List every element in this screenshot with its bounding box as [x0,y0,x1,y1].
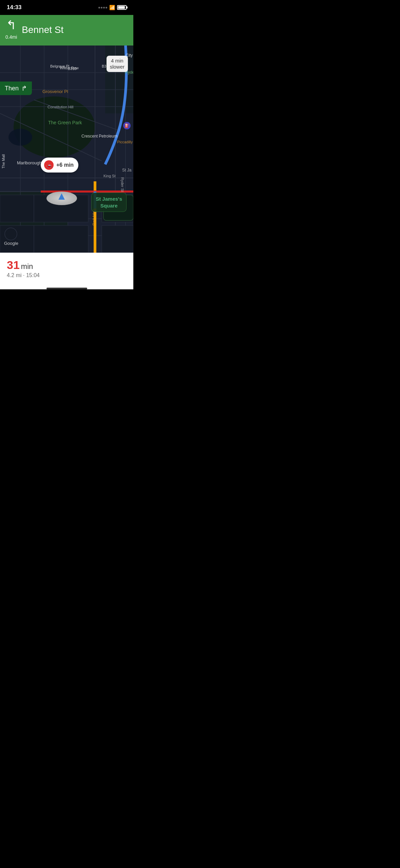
eta-row: 31 min [7,258,127,272]
nav-distance: 0.4mi [5,32,17,41]
eta-number: 31 [7,258,20,272]
svg-rect-25 [0,225,34,253]
map-label-st-ja: St Ja [122,168,131,173]
signal-icon [98,7,107,8]
eta-separator: · [23,272,24,278]
battery-icon [117,5,127,10]
then-arrow-icon: ↱ [21,84,27,92]
nav-oval: ▲ [46,192,77,205]
st-james-square-label: St James'sSquare [91,193,127,212]
map-label-piccadilly: Piccadilly [117,140,133,144]
status-bar: 14:33 📶 [0,0,133,15]
nav-direction-arrow: ▲ [56,190,67,202]
map-area[interactable]: Belgrave Pl B310 B319 B310 Hyde Par Wilt… [0,46,133,253]
map-label-wilton: Wilton Row [60,66,79,70]
traffic-icon: 🚗 [44,160,54,170]
map-label-constitution: Constitution Hill [47,105,73,109]
nav-header: ↰ 0.4mi Bennet St [0,15,133,46]
svg-rect-28 [102,225,133,253]
slower-badge-line2: slower [110,64,125,70]
google-logo: Google [4,241,18,246]
turn-direction-container: ↰ 0.4mi [5,19,17,41]
eta-arrival-time: 15:04 [26,272,40,278]
status-icons: 📶 [98,5,127,10]
eta-distance: 4.2 mi [7,272,22,278]
slower-badge-line1: 4 min [110,58,125,64]
map-svg [0,46,133,253]
map-label-crescent: Crescent Petroleum [81,134,117,139]
home-indicator [0,283,133,289]
wifi-icon: 📶 [109,5,115,10]
then-label: Then [5,85,19,92]
bottom-panel: 31 min 4.2 mi · 15:04 [0,253,133,283]
home-bar [46,288,87,289]
map-label-ryder-st: Ryder St [120,177,125,192]
turn-arrow-icon: ↰ [6,19,16,31]
slower-badge: 4 min slower [107,56,128,72]
nav-street-name: Bennet St [22,24,63,35]
map-label-king-st: King St [103,174,115,178]
eta-details: 4.2 mi · 15:04 [7,272,127,278]
then-banner: Then ↱ [0,82,32,95]
map-label-grosvenor: Grosvenor Pl [42,89,68,94]
svg-rect-29 [34,225,88,253]
map-label-the-mall: The Mall [1,154,5,168]
traffic-delay-badge[interactable]: 🚗 +6 min [41,158,78,173]
map-label-green-park: The Green Park [48,120,82,126]
status-time: 14:33 [7,4,21,11]
fuel-pin: ⛽ [123,122,131,129]
nav-position: ▲ [46,192,77,205]
svg-rect-24 [0,195,34,222]
eta-unit: min [21,262,33,271]
st-james-text: St James'sSquare [96,196,122,209]
traffic-delay-text: +6 min [56,162,74,168]
